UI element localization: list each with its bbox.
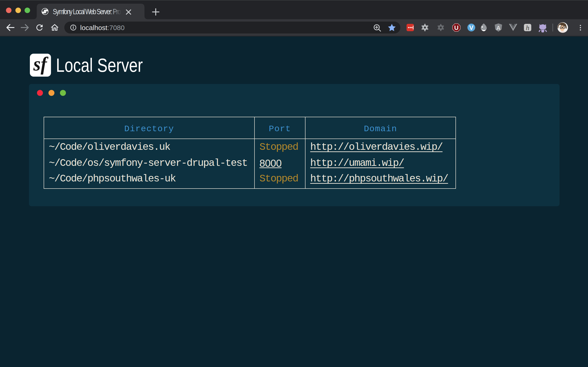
svg-text:sf: sf — [33, 53, 48, 75]
svg-text:Local Server: Local Server — [56, 54, 143, 76]
svg-text:V: V — [469, 24, 474, 31]
svg-text:U: U — [454, 24, 459, 31]
svg-text:Symfony Local Web Server: Prox: Symfony Local Web Server: Proxy — [53, 7, 126, 16]
svg-text:A: A — [496, 25, 501, 31]
svg-text:h: h — [526, 24, 529, 31]
svg-text:localhost:7080: localhost:7080 — [80, 24, 124, 31]
